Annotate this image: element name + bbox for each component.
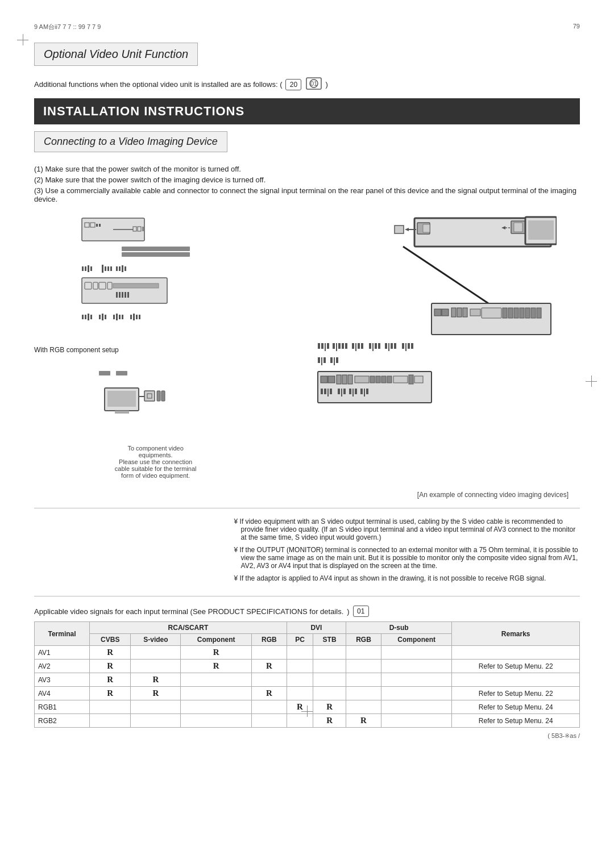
col-terminal: Terminal [35,622,90,646]
svg-rect-102 [361,343,363,349]
svg-rect-117 [323,357,326,363]
svg-rect-108 [388,343,389,351]
cell-3-1: R [90,687,131,700]
svg-rect-44 [113,315,115,319]
svg-rect-118 [330,357,333,363]
svg-rect-135 [321,389,323,394]
bottom-section: ¥ If video equipment with an S video out… [34,518,580,587]
svg-rect-94 [333,343,335,349]
note-3: ¥ If the adaptor is applied to AV4 input… [234,574,580,582]
svg-rect-13 [122,252,190,257]
svg-rect-119 [334,357,335,365]
ref-20: 20 [285,79,301,90]
svg-rect-87 [525,308,530,318]
svg-rect-64 [423,224,430,232]
table-row: AV1RR [35,646,580,660]
svg-rect-17 [90,266,92,271]
cell-5-3 [181,714,251,728]
svg-rect-138 [330,389,332,394]
svg-rect-88 [531,308,536,318]
svg-rect-69 [514,223,522,232]
cell-0-2 [131,646,181,660]
svg-rect-123 [328,376,335,383]
cell-2-9 [452,673,580,687]
svg-rect-35 [125,292,126,298]
cell-3-0: AV4 [35,687,90,700]
col-dsub: D-sub [346,622,451,634]
svg-rect-98 [345,343,347,349]
svg-rect-26 [82,278,167,303]
svg-rect-89 [537,308,541,318]
cell-3-8 [381,687,451,700]
svg-rect-67 [395,226,404,233]
svg-rect-18 [102,265,103,273]
svg-rect-120 [336,357,338,363]
col-rca-scart: RCA/SCART [90,622,287,634]
cell-1-3: R [181,660,251,673]
cell-1-1: R [90,660,131,673]
svg-rect-80 [463,308,467,317]
svg-rect-140 [341,389,342,397]
svg-rect-124 [337,375,341,384]
installation-header: INSTALLATION INSTRUCTIONS [34,98,580,124]
svg-rect-100 [355,343,356,351]
cell-4-1 [90,700,131,714]
cell-0-3: R [181,646,251,660]
cell-3-4: R [251,687,287,700]
cell-3-6 [313,687,346,700]
svg-rect-85 [514,308,518,318]
cell-5-7: R [346,714,381,728]
component-caption-5: form of video equipment. [121,472,190,479]
svg-rect-110 [394,343,396,349]
component-caption-1: To component video [127,445,183,452]
svg-rect-51 [139,315,140,319]
svg-rect-136 [324,389,326,394]
svg-rect-39 [88,314,89,320]
svg-rect-122 [321,376,327,383]
subhdr-stb: STB [313,634,346,646]
svg-rect-32 [116,292,118,298]
cell-0-9 [452,646,580,660]
svg-rect-111 [402,343,404,349]
svg-rect-78 [451,308,456,317]
svg-rect-139 [338,389,340,394]
svg-rect-106 [378,343,380,349]
component-caption-2: equipments. [139,452,173,458]
cell-1-8 [381,660,451,673]
svg-rect-19 [105,266,106,271]
svg-rect-36 [127,292,129,298]
cell-3-2: R [131,687,181,700]
diagram-left: With RGB component setup To c [34,212,277,479]
intro-text: Additional functions when the optional v… [34,77,580,91]
svg-rect-134 [414,376,423,383]
svg-rect-40 [90,315,92,319]
svg-text:01: 01 [310,80,317,87]
cell-5-4 [251,714,287,728]
cell-3-3 [181,687,251,700]
svg-rect-20 [107,266,109,271]
cell-2-5 [287,673,313,687]
cell-5-9: Refer to Setup Menu. 24 [452,714,580,728]
svg-rect-128 [370,376,375,383]
cell-0-6 [313,646,346,660]
svg-rect-47 [122,315,123,319]
cell-4-9: Refer to Setup Menu. 24 [452,700,580,714]
svg-rect-12 [122,247,190,251]
svg-rect-93 [327,343,329,349]
cell-2-4 [251,673,287,687]
subhdr-rgb: RGB [251,634,287,646]
cell-5-6: R [313,714,346,728]
svg-rect-130 [381,376,386,383]
svg-rect-101 [358,343,360,349]
svg-rect-112 [405,343,406,351]
cell-1-0: AV2 [35,660,90,673]
cell-3-7 [346,687,381,700]
cell-0-8 [381,646,451,660]
svg-rect-114 [411,343,413,349]
svg-rect-60 [157,391,160,401]
svg-rect-95 [336,343,337,351]
svg-rect-91 [321,343,323,349]
cell-5-2 [131,714,181,728]
cell-4-7 [346,700,381,714]
svg-rect-126 [348,375,352,384]
